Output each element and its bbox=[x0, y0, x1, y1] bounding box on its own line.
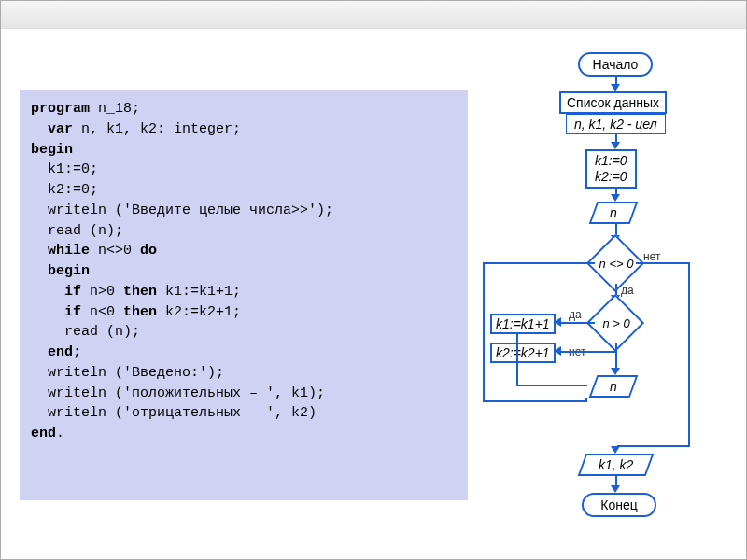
process-init: k1:=0 k2:=0 bbox=[585, 149, 637, 189]
terminator-end: Конец bbox=[582, 493, 656, 517]
kw-end: end bbox=[31, 426, 56, 441]
code-text: n<0 bbox=[90, 304, 123, 320]
io-label: n bbox=[610, 379, 617, 394]
code-text: n_18; bbox=[98, 101, 140, 117]
io-output: k1, k2 bbox=[578, 454, 655, 476]
arrow-down-icon bbox=[611, 194, 620, 202]
code-text: read (n); bbox=[31, 324, 140, 340]
arrow-down-icon bbox=[611, 485, 620, 493]
code-text: k1:=0; bbox=[31, 161, 98, 177]
edge bbox=[559, 322, 595, 324]
kw-if: if bbox=[31, 284, 90, 300]
rect-data-list: Список данных bbox=[559, 91, 667, 114]
process-k1-inc: k1:=k1+1 bbox=[490, 314, 556, 334]
kw-if: if bbox=[31, 304, 90, 320]
edge bbox=[516, 332, 518, 385]
io-label: k1, k2 bbox=[599, 457, 633, 472]
kw-do: do bbox=[140, 243, 157, 259]
code-text: . bbox=[56, 426, 64, 441]
code-text: writeln ('положительных – ', k1); bbox=[31, 385, 325, 401]
code-text: read (n); bbox=[31, 223, 123, 239]
kw-then: then bbox=[123, 284, 165, 300]
process-k2-inc: k2:=k2+1 bbox=[490, 343, 556, 363]
edge bbox=[483, 400, 587, 402]
kw-end: end bbox=[31, 344, 73, 360]
init-line-1: k1:=0 bbox=[595, 153, 627, 169]
slide-topbar bbox=[1, 1, 746, 29]
code-text: writeln ('Введите целые числа>>'); bbox=[31, 203, 333, 218]
code-text: k2:=0; bbox=[31, 182, 98, 198]
edge bbox=[636, 262, 690, 264]
slide: program n_18; var n, k1, k2: integer; be… bbox=[0, 0, 747, 560]
edge bbox=[483, 262, 595, 264]
code-text: n<>0 bbox=[98, 243, 140, 259]
kw-var: var bbox=[31, 121, 81, 137]
kw-program: program bbox=[31, 101, 98, 117]
edge bbox=[483, 262, 485, 402]
code-text: n, k1, k2: integer; bbox=[81, 121, 241, 137]
edge bbox=[585, 398, 587, 402]
edge bbox=[559, 351, 617, 353]
edge bbox=[688, 262, 690, 447]
code-panel: program n_18; var n, k1, k2: integer; be… bbox=[20, 90, 468, 500]
flowchart: Начало Список данных n, k1, k2 - цел k1:… bbox=[477, 52, 739, 556]
code-text: k1:=k1+1; bbox=[165, 284, 241, 300]
arrow-down-icon bbox=[611, 368, 620, 375]
kw-then: then bbox=[123, 304, 165, 320]
code-text: k2:=k2+1; bbox=[165, 304, 241, 320]
kw-begin: begin bbox=[31, 263, 90, 279]
edge bbox=[516, 385, 587, 386]
code-text: n>0 bbox=[90, 284, 123, 300]
io-label: n bbox=[610, 205, 617, 220]
kw-while: while bbox=[31, 243, 98, 259]
terminator-start: Начало bbox=[578, 52, 653, 77]
declaration-box: n, k1, k2 - цел bbox=[566, 114, 666, 134]
kw-begin: begin bbox=[31, 142, 73, 158]
label-yes: да bbox=[569, 308, 582, 321]
arrow-down-icon bbox=[611, 84, 620, 91]
code-text: writeln ('отрицательных – ', k2) bbox=[31, 405, 317, 421]
init-line-2: k2:=0 bbox=[595, 169, 627, 185]
code-text: writeln ('Введено:'); bbox=[31, 365, 224, 381]
arrow-down-icon bbox=[611, 142, 620, 149]
label-no: нет bbox=[643, 250, 660, 263]
code-text: ; bbox=[73, 344, 81, 360]
io-read-n-2: n bbox=[589, 375, 639, 398]
arrow-down-icon bbox=[611, 446, 620, 454]
label-yes: да bbox=[621, 284, 634, 297]
edge bbox=[617, 445, 690, 447]
decision-label: n > 0 bbox=[587, 316, 645, 330]
io-read-n-1: n bbox=[589, 202, 639, 224]
